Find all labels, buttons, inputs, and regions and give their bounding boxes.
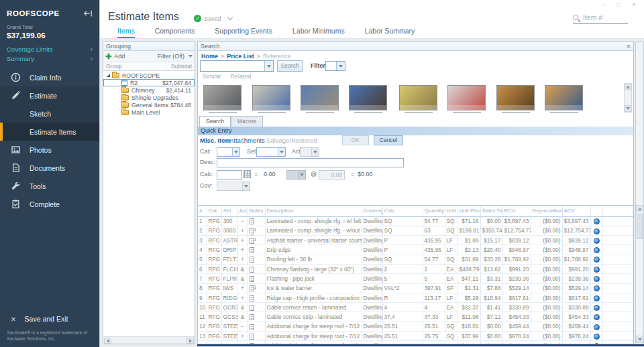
estimate-item-row[interactable]: 5 RFG FELT30 + Roofing felt - 30 lb. Dwe… xyxy=(198,255,633,264)
breadcrumb-home[interactable]: Home xyxy=(201,53,218,60)
sidebar-menu-item[interactable]: Estimate xyxy=(0,86,99,105)
note-icon[interactable] xyxy=(250,276,254,282)
sidebar-menu-item[interactable]: Photos xyxy=(0,141,99,159)
price-source-icon[interactable] xyxy=(594,218,600,224)
price-list-thumbnail[interactable] xyxy=(203,85,241,114)
note-icon[interactable] xyxy=(250,314,254,320)
related-link[interactable]: Related xyxy=(231,73,252,80)
save-exit-button[interactable]: × Save and Exit xyxy=(0,309,99,328)
window-control[interactable]: − xyxy=(600,1,606,8)
col-coverage[interactable]: Coverage xyxy=(362,206,382,216)
estimate-item-row[interactable]: 13 RFG STEEP + Additional charge for ste… xyxy=(198,332,633,341)
note-icon[interactable] xyxy=(250,218,254,224)
collapse-panel-icon[interactable]: « xyxy=(626,44,631,48)
price-source-icon[interactable] xyxy=(594,228,600,234)
sidebar-menu-item[interactable]: Tools xyxy=(0,177,99,195)
price-source-icon[interactable] xyxy=(594,324,600,330)
col-acv[interactable]: ACV xyxy=(562,206,590,216)
breadcrumb-price-list[interactable]: Price List xyxy=(227,53,254,60)
col-sel[interactable]: Sel xyxy=(221,206,237,216)
tree-expand-icon[interactable] xyxy=(107,74,110,77)
price-source-icon[interactable] xyxy=(594,276,600,282)
note-icon[interactable] xyxy=(250,295,254,301)
grouping-tree-row[interactable]: Shingle Upgrades xyxy=(103,94,195,101)
estimate-item-row[interactable]: 1 RFG 300 - Laminated - comp. shingle rf… xyxy=(198,216,633,226)
estimate-item-row[interactable]: 11 RFG GCS300 & Gable cornice strip - la… xyxy=(198,312,633,322)
estimate-item-row[interactable]: 14 RFG STEEP> + Additional charge for st… xyxy=(198,341,633,344)
thumbnail-scrollbar[interactable] xyxy=(624,83,632,113)
col-rcv[interactable]: RCV xyxy=(502,206,531,216)
grouping-horizontal-scrollbar[interactable] xyxy=(103,336,195,344)
grouping-tree-row[interactable]: General Items $784.48 xyxy=(103,101,195,109)
sidebar-menu-item[interactable]: Sketch xyxy=(0,105,99,123)
note-icon[interactable] xyxy=(250,324,254,330)
table-vertical-scrollbar[interactable] xyxy=(635,42,644,344)
price-source-icon[interactable] xyxy=(594,334,600,340)
price-source-icon[interactable] xyxy=(594,314,600,320)
main-tab[interactable]: Labor Summary xyxy=(365,27,415,38)
price-list-thumbnail[interactable] xyxy=(349,85,387,114)
col-notes[interactable]: Notes xyxy=(248,206,265,216)
search-macros-tab[interactable]: Macros xyxy=(231,116,263,127)
price-source-icon[interactable] xyxy=(594,343,600,344)
ok-button[interactable]: OK xyxy=(342,135,369,145)
note-icon[interactable] xyxy=(250,334,254,340)
estimate-item-row[interactable]: 4 RFG DRIP + Drip edge Dwelling P 435.95 xyxy=(198,245,633,255)
cat-combobox[interactable] xyxy=(217,147,240,157)
scroll-right-arrow[interactable] xyxy=(186,338,194,344)
sidebar-menu-item[interactable]: Complete xyxy=(0,195,99,213)
price-source-icon[interactable] xyxy=(594,305,600,311)
main-tab[interactable]: Supporting Events xyxy=(215,27,272,38)
price-list-thumbnail[interactable] xyxy=(252,85,290,114)
col-cat[interactable]: Cat xyxy=(207,206,221,216)
collapse-sidebar-icon[interactable] xyxy=(83,9,93,18)
price-list-thumbnail[interactable] xyxy=(399,85,437,114)
main-tab[interactable]: Labor Minimums xyxy=(292,27,345,38)
note-icon[interactable] xyxy=(250,305,254,311)
add-group-button[interactable]: Add xyxy=(114,53,125,60)
sidebar-menu-item[interactable]: Claim Info xyxy=(0,68,99,86)
price-source-icon[interactable] xyxy=(594,238,600,244)
combo-dropdown-icon[interactable] xyxy=(264,61,273,71)
col-depreciation[interactable]: Depreciation xyxy=(531,206,562,216)
col-calc[interactable]: Calc xyxy=(382,206,423,216)
estimate-item-row[interactable]: 10 RFG GCR300 & Gable cornice return - l… xyxy=(198,303,633,312)
estimate-item-row[interactable]: 6 RFG FLCH> & Chimney flashing - large (… xyxy=(198,264,633,273)
note-icon[interactable] xyxy=(250,343,254,344)
window-control[interactable]: × xyxy=(631,1,637,8)
similar-link[interactable]: Similar xyxy=(203,73,221,80)
main-tab[interactable]: Components xyxy=(155,27,195,38)
note-icon[interactable] xyxy=(250,228,254,234)
scroll-up-arrow[interactable] xyxy=(636,205,643,212)
price-list-thumbnail[interactable] xyxy=(545,85,583,114)
sidebar-quick-link[interactable]: Coverage Limits › xyxy=(0,44,99,54)
group-column-header[interactable]: Group xyxy=(103,63,166,70)
attachments-link[interactable]: Attachments xyxy=(229,137,265,144)
price-source-icon[interactable] xyxy=(594,257,600,263)
note-icon[interactable] xyxy=(250,285,254,291)
sidebar-menu-item[interactable]: Documents xyxy=(0,159,99,177)
col-sales-tax[interactable]: Sales Tax xyxy=(480,206,502,216)
unit-combobox[interactable] xyxy=(286,170,306,180)
estimate-item-row[interactable]: 3 RFG ASTR- + 1 Asphalt starter - univer… xyxy=(198,236,633,245)
note-icon[interactable] xyxy=(250,238,254,244)
combo-dropdown-icon[interactable] xyxy=(336,62,345,70)
filter-button[interactable]: Filter (Off) xyxy=(158,53,184,60)
item-number-search[interactable]: Item # xyxy=(573,13,628,24)
scroll-up-arrow[interactable] xyxy=(625,84,631,90)
search-macros-tab[interactable]: Search xyxy=(199,116,231,127)
price-list-thumbnail[interactable] xyxy=(447,85,486,114)
subtotal-column-header[interactable]: Subtotal xyxy=(166,63,195,70)
filter-dropdown[interactable] xyxy=(325,61,345,71)
estimate-item-row[interactable]: 7 RFG FLPIPE & Flashing - pipe jack Dwel… xyxy=(198,274,633,283)
price-source-icon[interactable] xyxy=(594,247,600,253)
sel-combobox[interactable] xyxy=(256,147,286,157)
note-icon[interactable] xyxy=(250,247,254,253)
estimate-item-row[interactable]: 8 RFG IWS + 1 Ice & water barrier Dwelli… xyxy=(198,283,633,293)
note-icon[interactable] xyxy=(250,257,254,263)
col-number[interactable]: # xyxy=(198,206,207,216)
cancel-button[interactable]: Cancel xyxy=(374,135,403,145)
price-source-icon[interactable] xyxy=(594,295,600,301)
desc-input[interactable] xyxy=(217,158,404,167)
filter-caret-icon[interactable] xyxy=(189,55,193,58)
